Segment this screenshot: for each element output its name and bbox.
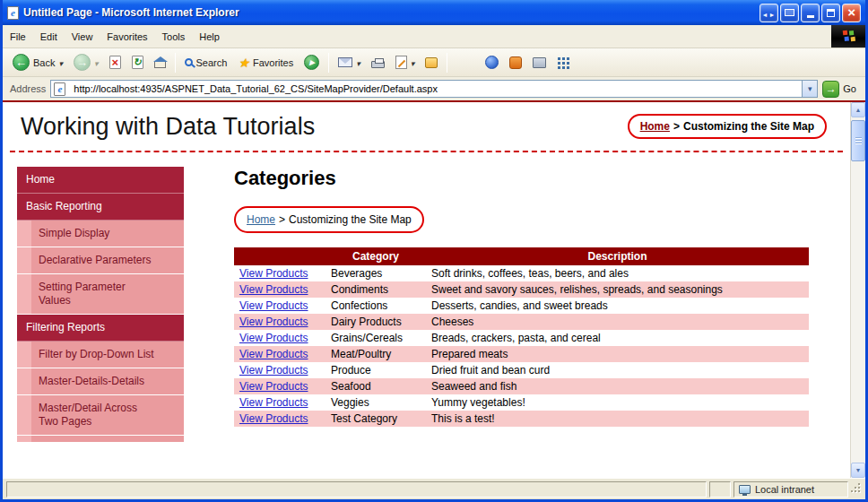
resize-grip[interactable] — [851, 483, 864, 498]
star-icon — [238, 56, 249, 70]
media-button[interactable] — [299, 52, 324, 73]
status-zone-panel: Local intranet — [733, 481, 848, 498]
close-button[interactable] — [842, 4, 861, 22]
table-row: View Products Dairy Products Cheeses — [234, 314, 809, 330]
edit-button[interactable] — [391, 53, 420, 72]
go-button[interactable]: Go — [822, 81, 862, 98]
scroll-thumb[interactable] — [851, 120, 865, 161]
menu-spacer — [227, 25, 831, 48]
sidebar-item-master-detail-two-pages[interactable]: Master/Detail Across Two Pages — [17, 395, 184, 436]
back-button[interactable]: Back — [8, 51, 67, 74]
stop-button[interactable] — [105, 53, 126, 72]
go-label: Go — [843, 83, 856, 94]
view-products-link[interactable]: View Products — [239, 364, 308, 376]
forward-button[interactable] — [69, 51, 103, 74]
messenger-button[interactable] — [421, 55, 442, 71]
category-cell: Grains/Cereals — [326, 330, 426, 346]
fullscreen-button[interactable] — [780, 4, 799, 22]
menu-item-edit[interactable]: Edit — [33, 25, 65, 48]
page-header: Working with Data Tutorials Home>Customi… — [3, 102, 850, 141]
main-content: Categories Home>Customizing the Site Map… — [184, 167, 850, 427]
sidebar-item-master-details-details[interactable]: Master-Details-Details — [17, 368, 184, 395]
toolbox-button[interactable] — [528, 55, 551, 71]
table-header-row: Category Description — [234, 247, 809, 265]
view-products-link[interactable]: View Products — [239, 380, 308, 393]
table-row: View Products Grains/Cereals Breads, cra… — [234, 330, 809, 346]
edit-icon — [395, 56, 407, 69]
table-row: View Products Test Category This is a te… — [234, 411, 809, 427]
category-cell: Meat/Poultry — [326, 346, 426, 362]
sidebar-item-basic-reporting[interactable]: Basic Reporting — [17, 194, 184, 221]
web-page: Working with Data Tutorials Home>Customi… — [3, 102, 850, 478]
menu-item-view[interactable]: View — [65, 25, 100, 48]
menu-item-help[interactable]: Help — [192, 25, 227, 48]
view-products-link[interactable]: View Products — [239, 332, 308, 344]
refresh-icon — [132, 56, 143, 69]
content-breadcrumb-home-link[interactable]: Home — [247, 213, 275, 226]
vertical-scrollbar[interactable] — [850, 102, 865, 478]
search-button[interactable]: Search — [180, 55, 232, 71]
description-cell: Soft drinks, coffees, teas, beers, and a… — [426, 265, 809, 281]
sidebar-item-setting-parameter-values[interactable]: Setting Parameter Values — [17, 274, 184, 315]
ie-document-icon — [7, 6, 19, 20]
description-cell: Prepared meats — [426, 346, 809, 362]
menu-item-tools[interactable]: Tools — [155, 25, 193, 48]
view-products-link[interactable]: View Products — [239, 267, 308, 280]
address-dropdown-button[interactable] — [802, 81, 817, 97]
home-icon — [154, 62, 166, 68]
maximize-icon — [827, 9, 835, 17]
close-icon — [847, 4, 855, 21]
sidebar-item-simple-display[interactable]: Simple Display — [17, 221, 184, 247]
address-field[interactable]: http://localhost:4935/ASPNET_Data_Tutori… — [50, 80, 818, 98]
menu-item-favorites[interactable]: Favorites — [100, 25, 154, 48]
table-row: View Products Produce Dried fruit and be… — [234, 362, 809, 378]
view-products-link[interactable]: View Products — [239, 348, 308, 360]
page-body: Home Basic Reporting Simple Display Decl… — [3, 152, 850, 442]
maximize-button[interactable] — [821, 4, 840, 22]
minimize-button[interactable] — [801, 4, 820, 22]
sidebar-indent — [17, 368, 31, 394]
sidebar-item-declarative-parameters[interactable]: Declarative Parameters — [17, 247, 184, 274]
sidebar-indent — [17, 436, 31, 442]
refresh-button[interactable] — [127, 53, 148, 72]
favorites-button[interactable]: Favorites — [233, 53, 298, 73]
description-cell: Yummy vegetables! — [426, 394, 809, 411]
quick-links-button[interactable] — [552, 54, 573, 71]
view-products-link[interactable]: View Products — [239, 283, 308, 296]
sidebar-item-home[interactable]: Home — [17, 167, 184, 194]
left-right-arrows-icon — [762, 4, 777, 21]
print-button[interactable] — [367, 54, 389, 71]
edit-dropdown-icon — [411, 57, 415, 68]
description-cell: Cheeses — [426, 314, 809, 330]
category-cell: Condiments — [326, 281, 426, 298]
sidebar-item-partial[interactable] — [17, 436, 184, 442]
table-row: View Products Condiments Sweet and savor… — [234, 281, 809, 298]
mail-button[interactable] — [334, 55, 365, 71]
menu-item-file[interactable]: File — [3, 25, 33, 48]
search-icon — [185, 58, 193, 66]
status-main-panel — [6, 481, 707, 498]
table-row: View Products Veggies Yummy vegetables! — [234, 394, 809, 411]
content-breadcrumb-highlight: Home>Customizing the Site Map — [234, 206, 424, 233]
mail-dropdown-icon — [356, 57, 360, 68]
description-cell: Breads, crackers, pasta, and cereal — [426, 330, 809, 346]
sidebar-item-filter-by-dropdown-list[interactable]: Filter by Drop-Down List — [17, 342, 184, 368]
scroll-down-button[interactable] — [851, 463, 865, 478]
category-cell: Test Category — [326, 411, 426, 427]
view-products-link[interactable]: View Products — [239, 316, 308, 328]
view-products-link[interactable]: View Products — [239, 299, 308, 312]
sidebar-item-filtering-reports[interactable]: Filtering Reports — [17, 315, 184, 342]
browser-window: Untitled Page - Microsoft Internet Explo… — [0, 0, 868, 502]
discussions-button[interactable] — [481, 53, 503, 72]
printer-icon — [371, 61, 385, 68]
view-products-link[interactable]: View Products — [239, 412, 308, 425]
header-breadcrumb-home-link[interactable]: Home — [640, 120, 670, 133]
view-products-link[interactable]: View Products — [239, 396, 308, 409]
research-button[interactable] — [505, 54, 526, 72]
sidebar-indent — [17, 221, 31, 247]
research-icon — [509, 56, 522, 69]
pan-arrows-button[interactable] — [760, 4, 778, 22]
sidebar-item-label: Declarative Parameters — [31, 247, 184, 273]
home-button[interactable] — [150, 54, 170, 71]
scroll-up-button[interactable] — [851, 102, 865, 117]
